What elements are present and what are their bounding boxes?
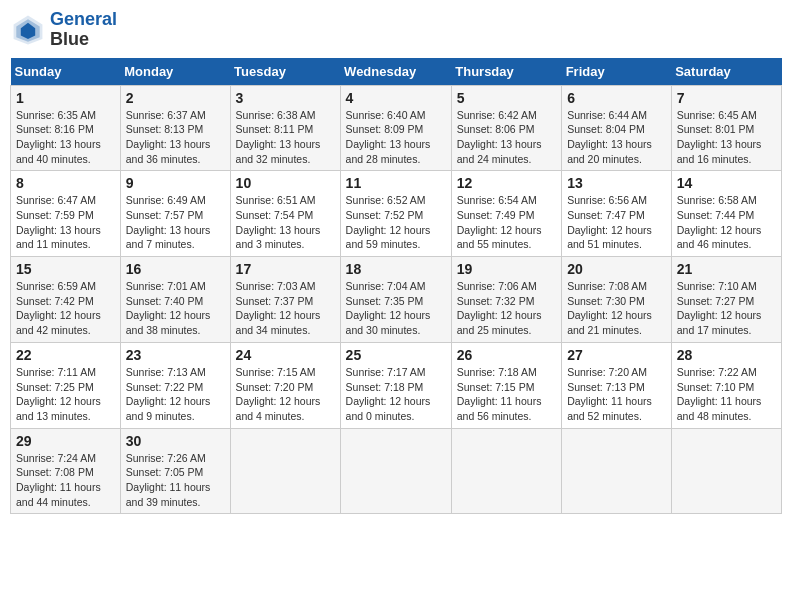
day-info: Sunrise: 7:13 AM Sunset: 7:22 PM Dayligh…: [126, 365, 225, 424]
day-number: 3: [236, 90, 335, 106]
calendar-cell: 11Sunrise: 6:52 AM Sunset: 7:52 PM Dayli…: [340, 171, 451, 257]
day-number: 5: [457, 90, 556, 106]
day-info: Sunrise: 6:54 AM Sunset: 7:49 PM Dayligh…: [457, 193, 556, 252]
day-number: 11: [346, 175, 446, 191]
day-info: Sunrise: 6:58 AM Sunset: 7:44 PM Dayligh…: [677, 193, 776, 252]
day-info: Sunrise: 6:45 AM Sunset: 8:01 PM Dayligh…: [677, 108, 776, 167]
calendar-cell: 16Sunrise: 7:01 AM Sunset: 7:40 PM Dayli…: [120, 257, 230, 343]
day-info: Sunrise: 6:52 AM Sunset: 7:52 PM Dayligh…: [346, 193, 446, 252]
weekday-header: Thursday: [451, 58, 561, 86]
calendar-week-row: 1Sunrise: 6:35 AM Sunset: 8:16 PM Daylig…: [11, 85, 782, 171]
calendar-header: SundayMondayTuesdayWednesdayThursdayFrid…: [11, 58, 782, 86]
day-number: 15: [16, 261, 115, 277]
weekday-header: Monday: [120, 58, 230, 86]
day-number: 1: [16, 90, 115, 106]
day-info: Sunrise: 7:17 AM Sunset: 7:18 PM Dayligh…: [346, 365, 446, 424]
calendar-week-row: 22Sunrise: 7:11 AM Sunset: 7:25 PM Dayli…: [11, 342, 782, 428]
calendar-cell: 23Sunrise: 7:13 AM Sunset: 7:22 PM Dayli…: [120, 342, 230, 428]
calendar-cell: 13Sunrise: 6:56 AM Sunset: 7:47 PM Dayli…: [562, 171, 672, 257]
calendar-cell: [562, 428, 672, 514]
day-info: Sunrise: 7:06 AM Sunset: 7:32 PM Dayligh…: [457, 279, 556, 338]
logo: GeneralBlue: [10, 10, 117, 50]
calendar-cell: 25Sunrise: 7:17 AM Sunset: 7:18 PM Dayli…: [340, 342, 451, 428]
day-info: Sunrise: 6:47 AM Sunset: 7:59 PM Dayligh…: [16, 193, 115, 252]
day-info: Sunrise: 7:15 AM Sunset: 7:20 PM Dayligh…: [236, 365, 335, 424]
calendar-cell: 5Sunrise: 6:42 AM Sunset: 8:06 PM Daylig…: [451, 85, 561, 171]
day-info: Sunrise: 7:10 AM Sunset: 7:27 PM Dayligh…: [677, 279, 776, 338]
day-info: Sunrise: 7:26 AM Sunset: 7:05 PM Dayligh…: [126, 451, 225, 510]
day-number: 21: [677, 261, 776, 277]
day-number: 2: [126, 90, 225, 106]
calendar-cell: 30Sunrise: 7:26 AM Sunset: 7:05 PM Dayli…: [120, 428, 230, 514]
day-number: 13: [567, 175, 666, 191]
day-info: Sunrise: 6:44 AM Sunset: 8:04 PM Dayligh…: [567, 108, 666, 167]
calendar-cell: 21Sunrise: 7:10 AM Sunset: 7:27 PM Dayli…: [671, 257, 781, 343]
calendar-cell: 8Sunrise: 6:47 AM Sunset: 7:59 PM Daylig…: [11, 171, 121, 257]
calendar-cell: 9Sunrise: 6:49 AM Sunset: 7:57 PM Daylig…: [120, 171, 230, 257]
day-number: 8: [16, 175, 115, 191]
day-number: 25: [346, 347, 446, 363]
day-number: 27: [567, 347, 666, 363]
day-number: 26: [457, 347, 556, 363]
day-number: 28: [677, 347, 776, 363]
calendar-cell: 15Sunrise: 6:59 AM Sunset: 7:42 PM Dayli…: [11, 257, 121, 343]
day-number: 16: [126, 261, 225, 277]
day-info: Sunrise: 6:38 AM Sunset: 8:11 PM Dayligh…: [236, 108, 335, 167]
calendar-cell: [451, 428, 561, 514]
calendar-cell: 18Sunrise: 7:04 AM Sunset: 7:35 PM Dayli…: [340, 257, 451, 343]
calendar-cell: 28Sunrise: 7:22 AM Sunset: 7:10 PM Dayli…: [671, 342, 781, 428]
calendar-week-row: 15Sunrise: 6:59 AM Sunset: 7:42 PM Dayli…: [11, 257, 782, 343]
calendar-cell: 22Sunrise: 7:11 AM Sunset: 7:25 PM Dayli…: [11, 342, 121, 428]
day-info: Sunrise: 7:20 AM Sunset: 7:13 PM Dayligh…: [567, 365, 666, 424]
calendar-cell: 3Sunrise: 6:38 AM Sunset: 8:11 PM Daylig…: [230, 85, 340, 171]
day-number: 30: [126, 433, 225, 449]
day-info: Sunrise: 7:03 AM Sunset: 7:37 PM Dayligh…: [236, 279, 335, 338]
day-info: Sunrise: 6:56 AM Sunset: 7:47 PM Dayligh…: [567, 193, 666, 252]
day-number: 4: [346, 90, 446, 106]
weekday-header: Wednesday: [340, 58, 451, 86]
day-number: 24: [236, 347, 335, 363]
weekday-header: Saturday: [671, 58, 781, 86]
day-number: 19: [457, 261, 556, 277]
weekday-header: Friday: [562, 58, 672, 86]
page-header: GeneralBlue: [10, 10, 782, 50]
day-info: Sunrise: 6:42 AM Sunset: 8:06 PM Dayligh…: [457, 108, 556, 167]
day-info: Sunrise: 7:22 AM Sunset: 7:10 PM Dayligh…: [677, 365, 776, 424]
calendar-cell: 24Sunrise: 7:15 AM Sunset: 7:20 PM Dayli…: [230, 342, 340, 428]
calendar-cell: 29Sunrise: 7:24 AM Sunset: 7:08 PM Dayli…: [11, 428, 121, 514]
day-info: Sunrise: 6:59 AM Sunset: 7:42 PM Dayligh…: [16, 279, 115, 338]
calendar-cell: 4Sunrise: 6:40 AM Sunset: 8:09 PM Daylig…: [340, 85, 451, 171]
calendar-week-row: 29Sunrise: 7:24 AM Sunset: 7:08 PM Dayli…: [11, 428, 782, 514]
day-number: 12: [457, 175, 556, 191]
calendar-cell: [671, 428, 781, 514]
calendar-cell: 12Sunrise: 6:54 AM Sunset: 7:49 PM Dayli…: [451, 171, 561, 257]
day-number: 10: [236, 175, 335, 191]
weekday-header-row: SundayMondayTuesdayWednesdayThursdayFrid…: [11, 58, 782, 86]
calendar-table: SundayMondayTuesdayWednesdayThursdayFrid…: [10, 58, 782, 515]
calendar-cell: 7Sunrise: 6:45 AM Sunset: 8:01 PM Daylig…: [671, 85, 781, 171]
calendar-cell: 10Sunrise: 6:51 AM Sunset: 7:54 PM Dayli…: [230, 171, 340, 257]
day-number: 20: [567, 261, 666, 277]
day-number: 9: [126, 175, 225, 191]
day-info: Sunrise: 7:04 AM Sunset: 7:35 PM Dayligh…: [346, 279, 446, 338]
calendar-cell: 6Sunrise: 6:44 AM Sunset: 8:04 PM Daylig…: [562, 85, 672, 171]
logo-text: GeneralBlue: [50, 10, 117, 50]
weekday-header: Sunday: [11, 58, 121, 86]
day-info: Sunrise: 6:51 AM Sunset: 7:54 PM Dayligh…: [236, 193, 335, 252]
calendar-cell: [340, 428, 451, 514]
calendar-cell: 17Sunrise: 7:03 AM Sunset: 7:37 PM Dayli…: [230, 257, 340, 343]
day-info: Sunrise: 7:08 AM Sunset: 7:30 PM Dayligh…: [567, 279, 666, 338]
day-info: Sunrise: 7:24 AM Sunset: 7:08 PM Dayligh…: [16, 451, 115, 510]
calendar-cell: [230, 428, 340, 514]
day-info: Sunrise: 7:11 AM Sunset: 7:25 PM Dayligh…: [16, 365, 115, 424]
calendar-cell: 20Sunrise: 7:08 AM Sunset: 7:30 PM Dayli…: [562, 257, 672, 343]
weekday-header: Tuesday: [230, 58, 340, 86]
calendar-cell: 14Sunrise: 6:58 AM Sunset: 7:44 PM Dayli…: [671, 171, 781, 257]
day-number: 17: [236, 261, 335, 277]
calendar-cell: 19Sunrise: 7:06 AM Sunset: 7:32 PM Dayli…: [451, 257, 561, 343]
day-number: 14: [677, 175, 776, 191]
calendar-cell: 26Sunrise: 7:18 AM Sunset: 7:15 PM Dayli…: [451, 342, 561, 428]
day-number: 22: [16, 347, 115, 363]
day-info: Sunrise: 7:18 AM Sunset: 7:15 PM Dayligh…: [457, 365, 556, 424]
day-number: 6: [567, 90, 666, 106]
